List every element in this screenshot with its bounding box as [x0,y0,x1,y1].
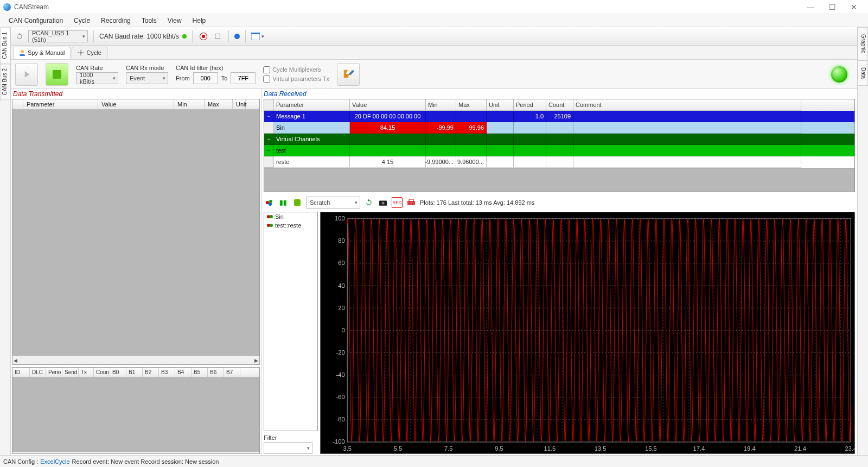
bus-tabs: CAN Bus 1CAN Bus 2 [0,27,11,455]
menu-recording[interactable]: Recording [95,15,136,26]
tx-raw-grid[interactable]: IDDLCPerioSendTxCounB0B1B2B3B4B5B6B7 [12,367,260,454]
tx-col-min[interactable]: Min [174,99,205,109]
txraw-col-b0[interactable]: B0 [110,368,126,377]
chart-pause-button[interactable]: ▮▮ [278,197,289,208]
play-button[interactable] [15,63,38,86]
tx-grid[interactable]: ParameterValueMinMaxUnit ◀▶ [12,99,260,365]
chart-snapshot-icon[interactable] [378,197,388,208]
menu-view[interactable]: View [162,15,187,26]
can-rate-combo[interactable]: 1000 kBit/s [76,72,118,84]
bus-tab-2[interactable]: CAN Bus 2 [0,64,10,100]
txraw-col-send[interactable]: Send [62,368,79,377]
rx-col-max[interactable]: Max [456,99,487,111]
window-close-button[interactable]: ✕ [843,0,865,14]
menu-cycle[interactable]: Cycle [68,15,95,26]
rx-cell [426,134,456,145]
rx-row[interactable]: reste4.15-9.99000...9.96000... [264,156,854,168]
layout-dropdown[interactable]: ▾ [251,33,264,40]
chart-print-icon[interactable] [406,197,417,208]
tx-scrollbar[interactable]: ◀▶ [12,356,259,364]
right-tab-data[interactable]: Data [858,60,868,86]
rx-row[interactable]: −Message 120 DF 00 00 00 00 00 001.02510… [264,111,854,122]
svg-rect-8 [294,199,301,206]
rx-pane-title: Data Received [261,89,857,99]
status-config-link[interactable]: ExcelCycle [40,458,69,465]
tx-grid-body[interactable] [12,110,259,356]
rx-row[interactable]: Sin84.15-99.9999.96 [264,122,854,134]
txraw-col-b3[interactable]: B3 [159,368,175,377]
tx-pane-title: Data Transmitted [11,89,261,99]
rx-grid[interactable]: ParameterValueMinMaxUnitPeriodCountComme… [264,99,855,168]
rx-col-unit[interactable]: Unit [487,99,514,111]
rx-row[interactable]: −test [264,145,854,156]
rx-cell [573,122,801,134]
window-minimize-button[interactable]: — [800,0,821,14]
stop-record-button[interactable] [212,31,223,42]
svg-text:100: 100 [335,215,345,222]
txraw-col-id[interactable]: ID [12,368,30,377]
rx-cell [573,111,801,122]
txraw-col-perio[interactable]: Perio [46,368,62,377]
txraw-col-b7[interactable]: B7 [224,368,240,377]
rx-mode-combo[interactable]: Event [126,72,168,84]
record-button[interactable] [198,31,209,42]
expand-icon[interactable]: − [264,111,274,122]
filter-combo[interactable] [264,442,312,454]
svg-point-5 [266,201,269,204]
rx-col-count[interactable]: Count [546,99,573,111]
menu-help[interactable]: Help [187,15,212,26]
chart-plot[interactable]: -100-80-60-40-200204060801003.55.57.59.5… [320,212,855,454]
expand-icon[interactable]: − [264,134,274,145]
right-tab-graphic[interactable]: Graphic [858,27,868,60]
txraw-col-b2[interactable]: B2 [143,368,159,377]
series-item[interactable]: Sin [264,212,317,221]
tx-col-max[interactable]: Max [205,99,233,109]
txraw-col-tx[interactable]: Tx [79,368,94,377]
menu-tools[interactable]: Tools [136,15,162,26]
rx-col-min[interactable]: Min [426,99,456,111]
rx-col-value[interactable]: Value [350,99,426,111]
txraw-col-b6[interactable]: B6 [208,368,224,377]
txraw-col-b1[interactable]: B1 [126,368,143,377]
txraw-col-coun[interactable]: Coun [94,368,110,377]
series-item[interactable]: test::reste [264,221,317,230]
expand-icon[interactable]: − [264,145,274,156]
rx-row[interactable]: −Virtual Channels [264,134,854,145]
chart-series-list[interactable]: Sintest::reste [264,212,318,431]
refresh-icon[interactable] [14,31,25,42]
tx-raw-body[interactable] [12,377,259,452]
rx-cell: 9.96000... [456,156,487,168]
mode-tab-spy-manual[interactable]: Spy & Manual [13,47,71,59]
chart-colors-icon[interactable] [264,197,275,208]
cycle-multiplexers-checkbox[interactable]: Cycle Multiplexers [263,66,329,73]
tx-col-parameter[interactable]: Parameter [23,99,98,109]
mode-tab-cycle[interactable]: Cycle [72,47,107,59]
svg-rect-1 [251,33,260,34]
txraw-col-dlc[interactable]: DLC [30,368,46,377]
rx-cell [456,134,487,145]
rx-cell [546,122,573,134]
bus-tab-1[interactable]: CAN Bus 1 [0,27,10,64]
chart-rec-icon[interactable]: REC [392,197,403,208]
rx-cell [426,111,456,122]
edit-config-button[interactable] [337,63,360,86]
rx-col-period[interactable]: Period [514,99,546,111]
chart-reload-icon[interactable] [363,197,374,208]
txraw-col-b4[interactable]: B4 [175,368,192,377]
svg-text:9.5: 9.5 [495,445,503,452]
rx-col-comment[interactable]: Comment [573,99,801,111]
virtual-params-tx-checkbox[interactable]: Virtual parameters Tx [263,75,329,83]
window-maximize-button[interactable]: ☐ [821,0,843,14]
tx-col-unit[interactable]: Unit [233,99,246,109]
txraw-col-b5[interactable]: B5 [192,368,208,377]
rx-col-parameter[interactable]: Parameter [274,99,350,111]
to-field[interactable] [231,72,256,84]
chart-stop-button[interactable] [292,197,303,208]
menu-can-configuration[interactable]: CAN Configuration [3,15,68,26]
rx-cell: 99.96 [456,122,487,134]
from-field[interactable] [193,72,218,84]
device-combo[interactable]: PCAN_USB 1 (51h) [28,30,88,42]
chart-preset-combo[interactable]: Scratch [306,197,360,209]
tx-col-value[interactable]: Value [98,99,174,109]
stop-button[interactable] [46,63,68,86]
